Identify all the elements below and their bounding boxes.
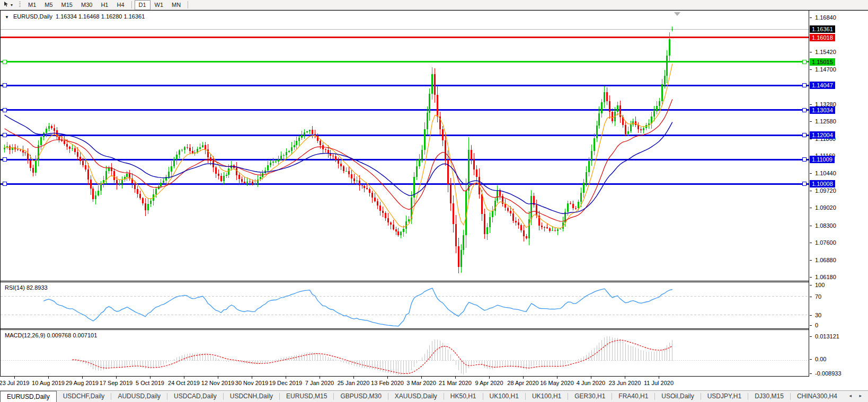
chart-tab-uk100-h1[interactable]: UK100,H1: [526, 391, 568, 402]
macd-tick-label: 0.00: [815, 356, 826, 362]
macd-tick-label: -0.008933: [815, 370, 842, 377]
chart-tab-gbpusd-m30[interactable]: GBPUSD,M30: [334, 391, 387, 402]
timeframe-button-h1[interactable]: H1: [96, 0, 112, 10]
date-label: 25 Jan 2020: [338, 380, 370, 386]
timeframe-button-m1[interactable]: M1: [24, 0, 40, 10]
date-tick-mark: [455, 377, 456, 379]
chart-ohlc-values: 1.16334 1.16468 1.16280 1.16361: [56, 13, 145, 20]
date-label: 7 Jan 2020: [305, 380, 334, 386]
date-label: 21 Mar 2020: [439, 380, 472, 386]
price-tick-label: 1.06880: [815, 257, 836, 263]
chart-tab-eurusd-m15[interactable]: EURUSD,M15: [280, 391, 333, 402]
price-badge-1.15015: 1.15015: [810, 58, 835, 66]
bull-bodies: [4, 29, 673, 267]
chart-tool-button[interactable]: ▾: [1, 1, 15, 10]
chart-tab-hk50-h1[interactable]: HK50,H1: [444, 391, 483, 402]
hline-handle: [802, 60, 806, 64]
date-label: 9 Apr 2020: [475, 380, 503, 386]
axis-tick-mark: [810, 243, 812, 243]
date-label: 11 Jul 2020: [644, 380, 674, 386]
chart-tab-fra40-h1[interactable]: FRA40,H1: [612, 391, 654, 402]
date-tick-mark: [184, 377, 184, 379]
price-tick-label: 1.08300: [815, 222, 836, 229]
macd-indicator-label: MACD(12,26,9) 0.009768 0.007101: [5, 332, 97, 338]
chart-tab-xauusd-daily[interactable]: XAUUSD,Daily: [388, 391, 444, 402]
date-label: 12 Nov 2019: [201, 380, 234, 386]
axis-tick-mark: [810, 315, 812, 316]
hline-handle: [802, 133, 806, 137]
date-tick-mark: [523, 377, 524, 379]
bull-wicks: [5, 26, 672, 273]
axis-tick-mark: [810, 173, 812, 174]
timeframe-button-m15[interactable]: M15: [57, 0, 77, 10]
axis-tick-mark: [810, 373, 812, 374]
price-tick-label: 1.12580: [815, 118, 836, 124]
price-axis[interactable]: 1.168401.154201.147001.132801.125801.118…: [810, 11, 868, 377]
tab-scroll-arrows[interactable]: ◂ ▸: [849, 393, 865, 398]
hline-handle: [3, 133, 6, 137]
rsi-tick-label: 30: [815, 312, 821, 318]
chart-tab-china300-h4[interactable]: CHINA300,H4: [791, 391, 844, 402]
timeframe-button-mn[interactable]: MN: [167, 0, 185, 10]
rsi-pane[interactable]: [1, 282, 809, 328]
hline-handle: [802, 108, 806, 112]
axis-tick-mark: [810, 17, 812, 18]
date-tick-mark: [252, 377, 252, 379]
date-tick-mark: [557, 377, 557, 379]
price-tick-label: 1.06180: [815, 274, 836, 280]
chart-tab-usdchf-daily[interactable]: USDCHF,Daily: [57, 391, 111, 402]
axis-tick-mark: [810, 208, 812, 208]
timeframe-button-m30[interactable]: M30: [77, 0, 96, 10]
price-tick-label: 1.10440: [815, 170, 836, 176]
rsi-indicator-label: RSI(14) 82.8933: [5, 284, 48, 291]
timeframe-toolbar: ▾ M1M5M15M30H1H4D1W1MN: [0, 0, 868, 10]
rsi-tick-label: 0: [815, 322, 818, 328]
price-badge-1.11009: 1.11009: [810, 156, 835, 163]
main-chart-pane[interactable]: [1, 11, 809, 281]
macd-histogram: [73, 336, 672, 375]
collapse-triangle-icon[interactable]: ▼: [5, 15, 9, 20]
cursor-pointer-icon: [3, 0, 10, 10]
axis-tick-mark: [810, 285, 812, 285]
date-tick-mark: [48, 377, 49, 379]
chart-tab-uk100-h1[interactable]: UK100,H1: [483, 391, 525, 402]
bear-wicks: [10, 68, 641, 273]
chart-symbol-period: EURUSD,Daily: [13, 13, 52, 20]
timeframe-button-d1[interactable]: D1: [135, 0, 150, 10]
price-badge-1.16018: 1.16018: [810, 34, 835, 41]
toolbar-grip[interactable]: [19, 2, 21, 8]
hline-handle: [3, 158, 6, 162]
chart-tab-eurusd-daily[interactable]: EURUSD,Daily: [0, 391, 57, 402]
axis-tick-mark: [810, 226, 812, 226]
chart-tab-usdjpy-h1[interactable]: USDJPY,H1: [701, 391, 748, 402]
axis-tick-mark: [810, 297, 812, 297]
date-label: 28 Apr 2020: [507, 380, 538, 386]
chart-tab-ger30-h1[interactable]: GER30,H1: [568, 391, 612, 402]
chart-tab-usdcad-daily[interactable]: USDCAD,Daily: [167, 391, 223, 402]
date-label: 5 Oct 2019: [136, 380, 164, 386]
date-label: 16 May 2020: [540, 380, 574, 386]
date-tick-mark: [116, 377, 117, 379]
ma-fast-line: [5, 64, 672, 228]
timeframe-button-h4[interactable]: H4: [112, 0, 128, 10]
axis-tick-mark: [810, 277, 812, 278]
chart-window: ▼ EURUSD,Daily 1.16334 1.16468 1.16280 1…: [0, 10, 868, 377]
chart-panes: ▼ EURUSD,Daily 1.16334 1.16468 1.16280 1…: [0, 11, 809, 377]
macd-pane[interactable]: [1, 330, 809, 376]
chart-title[interactable]: ▼ EURUSD,Daily 1.16334 1.16468 1.16280 1…: [5, 13, 145, 20]
rsi-tick-label: 70: [815, 293, 821, 300]
hline-handle: [3, 108, 6, 112]
axis-tick-mark: [810, 52, 812, 52]
chart-tab-usoil-daily[interactable]: USOil,Daily: [655, 391, 700, 402]
chart-tab-dj30-m15[interactable]: DJ30,M15: [748, 391, 790, 402]
date-label: 13 Feb 2020: [371, 380, 404, 386]
date-tick-mark: [320, 377, 320, 379]
timeframe-button-m5[interactable]: M5: [40, 0, 57, 10]
hline-handle: [802, 182, 806, 186]
date-axis[interactable]: 23 Jul 201910 Aug 201929 Aug 201917 Sep …: [0, 377, 868, 390]
price-badge-1.16361: 1.16361: [810, 25, 835, 33]
date-tick-mark: [625, 377, 625, 379]
timeframe-button-w1[interactable]: W1: [150, 0, 168, 10]
chart-tab-usdcnh-daily[interactable]: USDCNH,Daily: [224, 391, 279, 402]
chart-tab-audusd-daily[interactable]: AUDUSD,Daily: [111, 391, 167, 402]
